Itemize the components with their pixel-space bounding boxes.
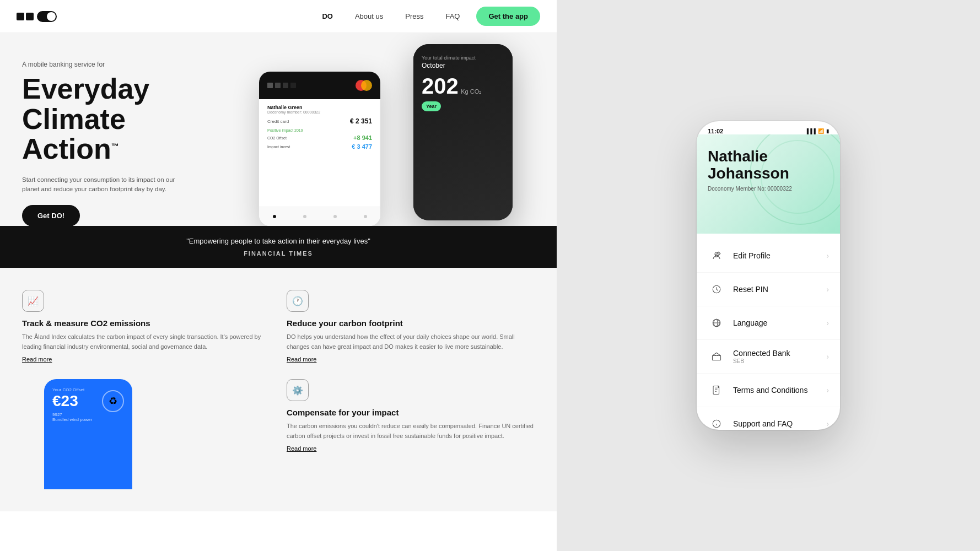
reduce-icon: 🕐 bbox=[287, 290, 309, 312]
get-do-button[interactable]: Get DO! bbox=[22, 205, 80, 226]
quote-bar: "Empowering people to take action in the… bbox=[0, 226, 557, 268]
language-label: Language bbox=[733, 318, 826, 327]
support-label: Support and FAQ bbox=[733, 419, 826, 428]
compensate-title: Compensate for your impact bbox=[287, 408, 535, 417]
menu-item-support[interactable]: Support and FAQ › bbox=[697, 407, 840, 430]
menu-item-language[interactable]: Language › bbox=[697, 306, 840, 340]
card-holder-name: Nathalie Green bbox=[267, 105, 372, 110]
phone-bottom-container: Your CO2 Offset €23 9927Bundled wind pow… bbox=[22, 379, 270, 489]
edit-profile-text: Edit Profile bbox=[733, 251, 826, 260]
phone-card-content: Nathalie Green Doconomy member: 00000322… bbox=[259, 99, 380, 158]
edit-profile-label: Edit Profile bbox=[733, 251, 826, 260]
navigation: DO About us Press FAQ Get the app bbox=[0, 0, 557, 33]
hero-description: Start connecting your consumption to its… bbox=[22, 175, 187, 195]
language-text: Language bbox=[733, 318, 826, 327]
feature-reduce: 🕐 Reduce your carbon footprint DO helps … bbox=[287, 290, 535, 363]
co2-number: 202 bbox=[422, 74, 459, 98]
logo-toggle bbox=[37, 11, 57, 22]
eco-icon: ♻ bbox=[102, 390, 124, 412]
menu-item-connected-bank[interactable]: Connected Bank SEB › bbox=[697, 340, 840, 374]
mastercard-logo bbox=[356, 80, 372, 91]
edit-profile-icon bbox=[708, 247, 725, 264]
tab-dot-1 bbox=[273, 215, 276, 218]
connected-bank-text: Connected Bank SEB bbox=[733, 349, 826, 364]
hero-title: EverydayClimateAction™ bbox=[22, 74, 187, 164]
quote-source: FINANCIAL TIMES bbox=[22, 249, 535, 258]
feature-track: 📈 Track & measure CO2 emissions The Ålan… bbox=[22, 290, 270, 363]
profile-name: Nathalie Johansson bbox=[708, 148, 829, 182]
positive-impact-label: Positive impact 2019 bbox=[267, 128, 372, 132]
phone-screen-month: October bbox=[422, 62, 504, 69]
track-read-more[interactable]: Read more bbox=[22, 356, 270, 363]
profile-member-id: Doconomy Member No: 00000322 bbox=[708, 186, 829, 192]
impact-invest-label: Impact invest bbox=[267, 145, 290, 149]
reduce-read-more[interactable]: Read more bbox=[287, 356, 535, 363]
co2-offset-value: +8 941 bbox=[353, 134, 372, 141]
reduce-desc: DO helps you understand how the effect o… bbox=[287, 332, 535, 352]
reset-pin-text: Reset PIN bbox=[733, 285, 826, 294]
support-icon bbox=[708, 415, 725, 430]
profile-header: Nathalie Johansson Doconomy Member No: 0… bbox=[697, 134, 840, 234]
feature-compensate: ⚙️ Compensate for your impact The carbon… bbox=[287, 379, 535, 489]
menu-item-reset-pin[interactable]: Reset PIN › bbox=[697, 273, 840, 306]
reduce-title: Reduce your carbon footprint bbox=[287, 318, 535, 328]
menu-item-edit-profile[interactable]: Edit Profile › bbox=[697, 239, 840, 273]
logo-square-1 bbox=[17, 13, 24, 20]
logo-square-2 bbox=[26, 13, 34, 20]
status-icons: ▐▐▐ 📶 ▮ bbox=[805, 128, 829, 134]
terms-text: Terms and Conditions bbox=[733, 386, 826, 395]
connected-bank-sub: SEB bbox=[733, 358, 826, 364]
co2-unit: Kg CO₂ bbox=[461, 88, 481, 95]
wifi-icon: 📶 bbox=[818, 128, 824, 134]
hero-subtitle: A mobile banking service for bbox=[22, 61, 187, 68]
get-app-button[interactable]: Get the app bbox=[476, 7, 540, 26]
logo[interactable] bbox=[17, 11, 57, 22]
compensate-desc: The carbon emissions you couldn't reduce… bbox=[287, 422, 535, 441]
status-time: 11:02 bbox=[708, 128, 723, 134]
compensate-icon: ⚙️ bbox=[287, 379, 309, 401]
nav-link-press[interactable]: Press bbox=[405, 12, 423, 20]
phone-overlay: Nathalie Green Doconomy member: 00000322… bbox=[259, 72, 380, 226]
language-icon bbox=[708, 314, 725, 332]
battery-icon: ▮ bbox=[826, 128, 829, 134]
hero-text: A mobile banking service for EverydayCli… bbox=[22, 55, 187, 226]
reset-pin-chevron: › bbox=[826, 285, 829, 294]
reset-pin-icon bbox=[708, 280, 725, 298]
menu-list: Edit Profile › Reset PIN › bbox=[697, 234, 840, 430]
phone-frame: 11:02 ▐▐▐ 📶 ▮ Nathalie Johansson Doconom… bbox=[697, 121, 840, 430]
logo-toggle-circle bbox=[47, 12, 56, 21]
nav-link-do[interactable]: DO bbox=[322, 12, 333, 20]
website-section: DO About us Press FAQ Get the app A mobi… bbox=[0, 0, 557, 551]
logo-squares bbox=[17, 13, 34, 20]
profile-last-name: Johansson bbox=[708, 165, 789, 182]
signal-icon: ▐▐▐ bbox=[805, 128, 816, 134]
phone-main-screen: Your total climate impact October 202 Kg… bbox=[413, 44, 513, 220]
credit-card-amount: € 2 351 bbox=[350, 117, 372, 125]
phone-card-header bbox=[259, 72, 380, 99]
app-section: 11:02 ▐▐▐ 📶 ▮ Nathalie Johansson Doconom… bbox=[557, 0, 980, 551]
track-title: Track & measure CO2 emissions bbox=[22, 318, 270, 328]
track-icon: 📈 bbox=[22, 290, 44, 312]
nav-links: DO About us Press FAQ bbox=[322, 12, 460, 20]
phone-screen-label: Your total climate impact bbox=[422, 55, 504, 61]
co2-offset-label: CO2 Offset bbox=[267, 136, 287, 140]
connected-bank-chevron: › bbox=[826, 352, 829, 361]
terms-icon bbox=[708, 381, 725, 399]
reset-pin-label: Reset PIN bbox=[733, 285, 826, 294]
tab-dot-3 bbox=[333, 215, 337, 218]
nav-link-about[interactable]: About us bbox=[355, 12, 383, 20]
connected-bank-icon bbox=[708, 348, 725, 365]
credit-card-row: Credit card € 2 351 bbox=[267, 117, 372, 125]
phone-bottom-mockup: Your CO2 Offset €23 9927Bundled wind pow… bbox=[44, 379, 132, 489]
nav-link-faq[interactable]: FAQ bbox=[445, 12, 460, 20]
phone-bottom-tabs bbox=[259, 207, 380, 226]
svg-rect-3 bbox=[713, 356, 721, 360]
phone-green-button: Year bbox=[422, 101, 441, 111]
impact-invest-row: Impact invest € 3 477 bbox=[267, 143, 372, 150]
menu-item-terms[interactable]: Terms and Conditions › bbox=[697, 374, 840, 407]
tab-dot-2 bbox=[303, 215, 306, 218]
co2-display: 202 Kg CO₂ bbox=[422, 75, 504, 97]
compensate-read-more[interactable]: Read more bbox=[287, 445, 535, 452]
status-bar: 11:02 ▐▐▐ 📶 ▮ bbox=[697, 121, 840, 134]
phone-main: Your total climate impact October 202 Kg… bbox=[413, 44, 513, 220]
